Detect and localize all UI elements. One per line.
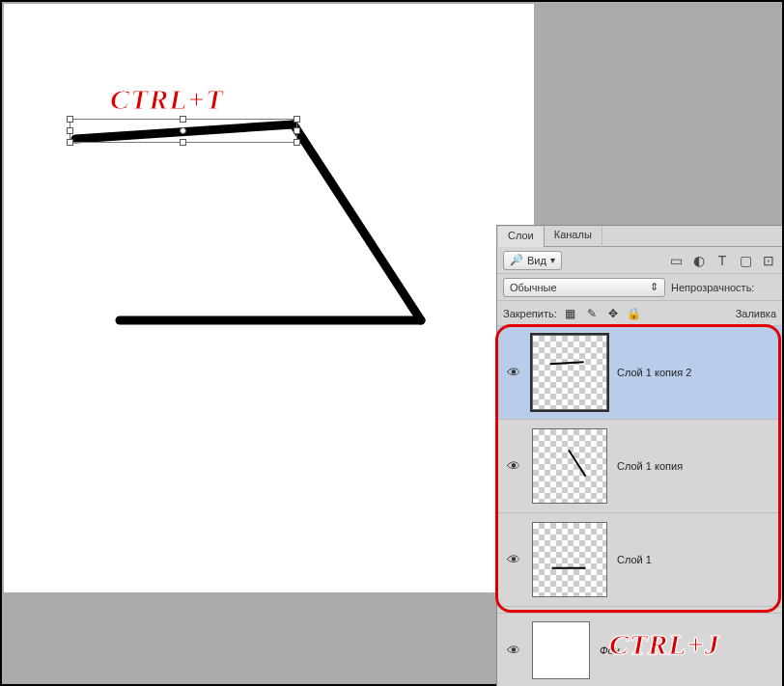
adjustment-filter-icon[interactable]: ◐ <box>691 253 707 268</box>
blend-mode-value: Обычные <box>510 282 557 293</box>
lock-row: Закрепить: ▦ ✎ ✥ 🔒 Заливка <box>497 301 782 326</box>
lock-position-icon[interactable]: ✥ <box>605 306 621 321</box>
filter-type-icons: ▭ ◐ T ▢ ⊡ <box>668 253 776 268</box>
layer-thumbnail[interactable] <box>532 621 590 679</box>
visibility-toggle[interactable]: 👁 <box>505 365 522 380</box>
free-transform-bounds[interactable] <box>70 119 297 143</box>
visibility-toggle[interactable]: 👁 <box>505 458 522 474</box>
lock-label: Закрепить: <box>503 308 557 319</box>
annotation-ctrl-t: CTRL+T <box>110 83 224 116</box>
transform-handle-bl[interactable] <box>67 139 73 146</box>
app-stage: CTRL+T Слои Каналы 🔎 Вид ▾ ▭ ◐ T ▢ <box>0 0 784 686</box>
lock-paint-icon[interactable]: ✎ <box>584 306 600 321</box>
lock-transparency-icon[interactable]: ▦ <box>563 306 578 321</box>
transform-center[interactable] <box>180 127 186 134</box>
document-canvas[interactable]: CTRL+T <box>4 4 534 592</box>
opacity-label: Непрозрачность: <box>671 282 754 293</box>
blend-mode-select[interactable]: Обычные ⇕ <box>503 278 665 297</box>
visibility-toggle[interactable]: 👁 <box>505 552 522 567</box>
transform-handle-tm[interactable] <box>180 116 186 123</box>
tab-channels[interactable]: Каналы <box>545 226 602 247</box>
kind-filter-label: Вид <box>527 255 546 266</box>
layer-thumbnail[interactable] <box>532 335 607 410</box>
layer-row[interactable]: 👁 Слой 1 <box>497 513 782 607</box>
search-icon: 🔎 <box>510 254 523 266</box>
svg-line-1 <box>569 450 586 476</box>
fill-label: Заливка <box>736 308 776 319</box>
workspace-background: CTRL+T Слои Каналы 🔎 Вид ▾ ▭ ◐ T ▢ <box>2 2 782 684</box>
layer-list: 👁 Слой 1 копия 2 👁 Слой 1 копия <box>497 326 782 607</box>
annotation-ctrl-j: CTRL+J <box>609 628 720 661</box>
layer-thumbnail[interactable] <box>532 428 607 504</box>
layer-name[interactable]: Слой 1 копия 2 <box>617 367 691 378</box>
panel-tabs: Слои Каналы <box>497 226 782 247</box>
artwork <box>4 4 534 592</box>
transform-handle-tl[interactable] <box>67 116 73 123</box>
layer-name[interactable]: Слой 1 <box>617 554 652 565</box>
chevron-down-icon: ▾ <box>550 255 555 265</box>
layer-thumbnail[interactable] <box>532 522 607 597</box>
transform-handle-mr[interactable] <box>294 127 300 134</box>
tab-layers[interactable]: Слои <box>497 226 545 247</box>
layers-panel: Слои Каналы 🔎 Вид ▾ ▭ ◐ T ▢ ⊡ <box>496 225 782 686</box>
transform-handle-ml[interactable] <box>67 127 73 134</box>
smartobject-filter-icon[interactable]: ⊡ <box>761 253 776 268</box>
layer-row[interactable]: 👁 Слой 1 копия 2 <box>497 326 782 420</box>
layer-kind-filter[interactable]: 🔎 Вид ▾ <box>503 251 562 270</box>
blend-row: Обычные ⇕ Непрозрачность: <box>497 274 782 301</box>
pixel-filter-icon[interactable]: ▭ <box>668 253 684 268</box>
type-filter-icon[interactable]: T <box>714 253 730 268</box>
transform-handle-bm[interactable] <box>180 139 186 146</box>
svg-line-0 <box>550 362 584 364</box>
shape-filter-icon[interactable]: ▢ <box>738 253 753 268</box>
transform-handle-br[interactable] <box>294 139 300 146</box>
chevron-updown-icon: ⇕ <box>650 281 658 293</box>
transform-handle-tr[interactable] <box>294 116 300 123</box>
lock-all-icon[interactable]: 🔒 <box>627 306 642 321</box>
layer-row[interactable]: 👁 Слой 1 копия <box>497 420 782 513</box>
filter-row: 🔎 Вид ▾ ▭ ◐ T ▢ ⊡ <box>497 247 782 274</box>
layer-name[interactable]: Слой 1 копия <box>617 460 683 472</box>
visibility-toggle[interactable]: 👁 <box>505 643 522 658</box>
